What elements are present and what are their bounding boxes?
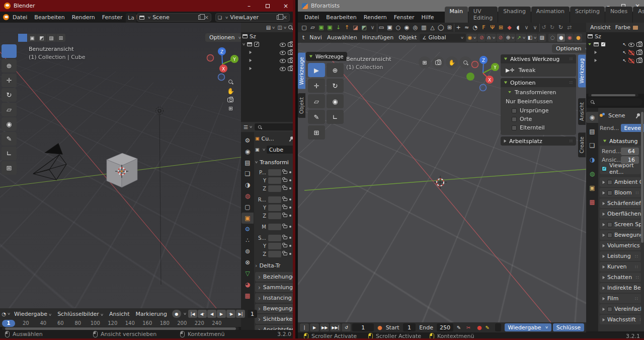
- jump-start[interactable]: |: [300, 323, 309, 331]
- tab-physics[interactable]: ⊚: [242, 246, 254, 257]
- toolbar-append[interactable]: ◩: [360, 24, 368, 32]
- snap-target-icon[interactable]: ∩: [486, 34, 496, 42]
- keyingset-pen-icon[interactable]: ✎: [484, 323, 492, 331]
- render-visibility-icon[interactable]: [288, 58, 294, 63]
- tab-object[interactable]: ▣: [586, 182, 598, 193]
- frame-tick[interactable]: 20: [17, 319, 35, 326]
- toolshelf-tab-objekt[interactable]: Objekt: [298, 93, 305, 118]
- tab-modifiers[interactable]: ⚙: [242, 224, 254, 235]
- close-icon[interactable]: ×: [283, 14, 287, 21]
- collapsed-panel[interactable]: Indirekte Beleuc ∷: [600, 283, 641, 293]
- breadcrumb-label[interactable]: Cu...: [262, 135, 274, 142]
- render-visibility-icon[interactable]: [636, 50, 642, 55]
- playhead-strip[interactable]: [495, 323, 501, 331]
- outliner-object-row[interactable]: [241, 48, 295, 56]
- rotate-tool[interactable]: ↻: [327, 79, 344, 93]
- toolbar-add-circle[interactable]: ○: [394, 24, 403, 32]
- value-slider[interactable]: [268, 177, 281, 184]
- collapsed-panel[interactable]: Ansichtsfen: [255, 325, 294, 330]
- panel-checkbox[interactable]: [607, 180, 612, 185]
- add-cube-tool[interactable]: ⊞: [308, 125, 325, 140]
- delete-keyframe-icon[interactable]: ✂: [464, 323, 472, 331]
- collapsed-panel[interactable]: Schatten ∷: [600, 273, 641, 282]
- record-icon[interactable]: ●: [477, 324, 482, 331]
- viewport-denoise-row[interactable]: Viewport ent...: [600, 164, 641, 174]
- toolbar-add-torus[interactable]: ◯: [437, 24, 445, 32]
- tab-object[interactable]: ▣: [242, 213, 254, 224]
- expand-icon[interactable]: [250, 67, 252, 70]
- outliner-object-row[interactable]: ↖: [586, 48, 644, 56]
- scale-tool[interactable]: ▱: [2, 103, 17, 116]
- play[interactable]: ▶: [310, 323, 319, 331]
- workspace-tab[interactable]: Animation: [531, 7, 570, 23]
- transform-tool[interactable]: ◉: [327, 94, 344, 108]
- checkbox-row[interactable]: Ursprünge: [501, 106, 576, 115]
- delta-transform-panel[interactable]: ›Delta-Tr: [255, 261, 294, 270]
- value-slider[interactable]: [268, 185, 281, 192]
- animate-dot[interactable]: [289, 207, 291, 209]
- pin-icon[interactable]: [636, 113, 641, 118]
- tab-render[interactable]: ◉: [242, 146, 254, 157]
- end-frame-field[interactable]: 250: [437, 323, 453, 331]
- value-field[interactable]: 64: [621, 148, 639, 155]
- outliner-scene-row[interactable]: Sz: [241, 32, 295, 40]
- eye-hidden-icon[interactable]: [628, 50, 634, 55]
- pin-icon[interactable]: [289, 136, 294, 141]
- frame-tick[interactable]: 120: [104, 319, 122, 326]
- close-icon[interactable]: ×: [204, 14, 209, 21]
- tab-material[interactable]: ◕: [242, 279, 254, 290]
- npanel-tab-ansicht[interactable]: Ansicht: [578, 98, 586, 125]
- toolbar-add-cone[interactable]: △: [428, 24, 437, 32]
- toolbar-add-armature[interactable]: Ψ: [488, 24, 497, 32]
- collapsed-panel[interactable]: Screen Spac ∷: [600, 220, 641, 229]
- measure-tool[interactable]: ∟: [327, 110, 344, 124]
- value-slider[interactable]: [268, 224, 281, 230]
- tab-texture[interactable]: ▩: [586, 196, 598, 208]
- toolbar-link[interactable]: ◪: [351, 24, 360, 32]
- checkbox[interactable]: [512, 117, 517, 122]
- tab-view-layer[interactable]: ❏: [586, 140, 598, 151]
- tab-texture[interactable]: ▩: [242, 290, 254, 301]
- insert-keyframe-icon[interactable]: ✎: [455, 323, 463, 331]
- lock-icon[interactable]: [283, 206, 287, 209]
- cursor-tool-icon[interactable]: ⊕: [505, 34, 516, 42]
- value-slider[interactable]: [268, 205, 281, 211]
- toolbar-add-plane[interactable]: ▭: [377, 24, 385, 32]
- checkbox[interactable]: [602, 166, 607, 171]
- menu-item[interactable]: Fenster: [390, 13, 418, 22]
- lock-icon[interactable]: [283, 171, 287, 174]
- expand-icon[interactable]: [595, 59, 597, 62]
- value-slider[interactable]: [268, 213, 281, 219]
- select-circle[interactable]: ◩: [37, 34, 46, 42]
- app-menu-icon[interactable]: [3, 14, 9, 20]
- collapsed-panel[interactable]: Bewegungs: [255, 304, 294, 313]
- cursor-tool[interactable]: ⊕: [327, 63, 344, 77]
- frame-tick[interactable]: 1: [2, 320, 15, 327]
- expand-icon[interactable]: [588, 43, 591, 45]
- value-slider[interactable]: [268, 235, 281, 241]
- tab-output[interactable]: ▤: [586, 126, 598, 137]
- toolbar-add-text[interactable]: F: [479, 24, 488, 32]
- menu-item[interactable]: Markierung: [133, 310, 170, 318]
- menu-item[interactable]: Bearbeiten: [31, 13, 68, 22]
- npanel-tab-werkzeug[interactable]: Werkzeug: [578, 54, 586, 87]
- keying-set-icon[interactable]: ●: [377, 324, 382, 331]
- options-button[interactable]: Optionen: [205, 33, 241, 42]
- maximize-button[interactable]: [259, 0, 276, 12]
- collapsed-panel[interactable]: Film ∷: [600, 294, 641, 303]
- tweak-tool[interactable]: ▶: [308, 63, 325, 77]
- checkbox[interactable]: [512, 125, 517, 130]
- filter-icon[interactable]: ◫: [276, 24, 287, 32]
- jump-end[interactable]: ▶|: [236, 310, 245, 318]
- menu-item[interactable]: Rendern: [68, 13, 99, 22]
- record-button[interactable]: ●: [172, 310, 181, 318]
- frame-tick[interactable]: 200: [174, 319, 191, 326]
- animate-dot[interactable]: [289, 245, 291, 247]
- toolbar-open-file[interactable]: ▱: [308, 24, 317, 32]
- toolshelf-tab-werkzeuge[interactable]: Werkzeuge: [298, 53, 305, 89]
- select-tweak[interactable]: [18, 34, 27, 42]
- checkbox-row[interactable]: Elternteil: [501, 123, 576, 132]
- collapsed-panel[interactable]: Bewegungsu ∷: [600, 230, 641, 240]
- menu-item[interactable]: Schlüsselbilder: [54, 310, 106, 318]
- shading-material[interactable]: ◉: [566, 34, 574, 42]
